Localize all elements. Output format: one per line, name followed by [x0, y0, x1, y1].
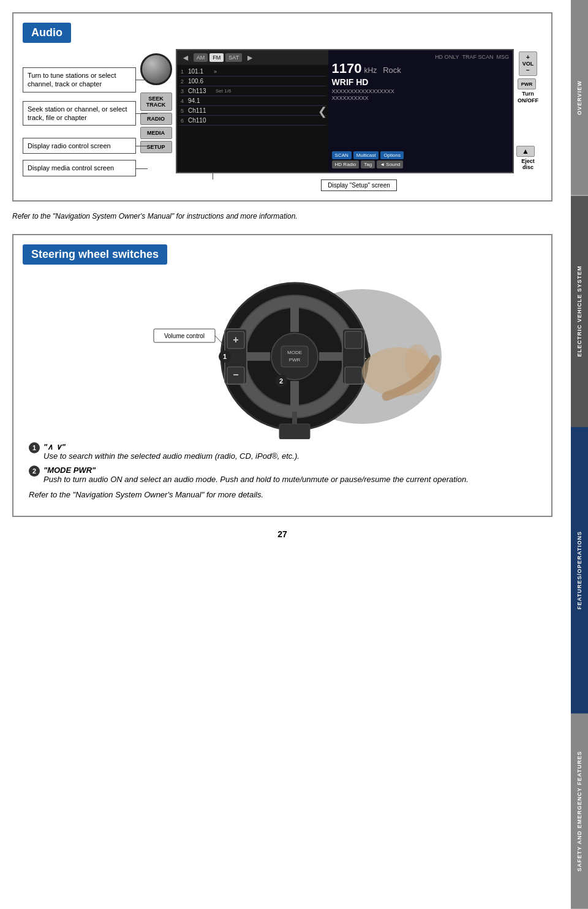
setup-button[interactable]: SETUP	[140, 141, 172, 153]
sidebar-tab-overview[interactable]: OVERVIEW	[571, 0, 588, 195]
eject-button[interactable]: ▲	[516, 146, 535, 157]
setup-screen-label: Display "Setup" screen	[321, 179, 397, 191]
seek-track-button[interactable]: SEEK TRACK	[140, 92, 172, 111]
radio-button[interactable]: RADIO	[140, 113, 172, 125]
svg-text:PWR: PWR	[289, 357, 301, 363]
screen-buttons: SCAN Multicast Options HD Radio Tag ◄ So…	[332, 151, 509, 168]
side-controls: + VOL − PWR TurnON/OFF ▲ Eject disc	[514, 49, 542, 173]
audio-layout: Turn to tune stations or select channel,…	[23, 49, 542, 191]
button-row-2: HD Radio Tag ◄ Sound	[332, 160, 509, 168]
main-content: Audio Turn to tune stations or select ch…	[0, 0, 571, 551]
station-row-6: 6 Ch110	[179, 116, 326, 126]
svg-rect-24	[345, 331, 362, 349]
svg-text:−: −	[233, 369, 238, 380]
sidebar-tab-features[interactable]: FEATURES/OPERATIONS	[571, 427, 588, 714]
screen-top-bar: HD ONLY TRAF SCAN MSG	[332, 54, 509, 60]
svg-rect-25	[345, 367, 362, 384]
left-labels: Turn to tune stations or select channel,…	[23, 49, 136, 176]
sidebar-tabs: OVERVIEW ELECTRIC VEHICLE SYSTEM FEATURE…	[571, 0, 588, 909]
media-label: Display media control screen	[23, 160, 136, 176]
tune-label: Turn to tune stations or select channel,…	[23, 67, 136, 92]
svg-text:2: 2	[279, 377, 283, 385]
steering-section: Steering wheel switches MODE	[12, 234, 552, 517]
svg-text:1: 1	[223, 353, 227, 360]
arrow-right-icon[interactable]: ►	[244, 53, 256, 62]
item-number-1: 1	[29, 442, 40, 453]
mode-row: ◄ AM FM SAT ►	[177, 50, 328, 65]
station-info-2: XXXXXXXXXX	[332, 95, 509, 102]
sidebar-tab-electric[interactable]: ELECTRIC VEHICLE SYSTEM	[571, 195, 588, 427]
scan-button[interactable]: SCAN	[332, 151, 352, 159]
station-row-5: 5 Ch111	[179, 106, 326, 116]
main-display-panel: HD ONLY TRAF SCAN MSG 1170 kHz Rock WRIF…	[328, 50, 513, 172]
center-controls: SEEK TRACK RADIO MEDIA SETUP	[136, 49, 176, 153]
hd-radio-button[interactable]: HD Radio	[332, 160, 360, 168]
options-button[interactable]: Options	[380, 151, 404, 159]
station-info-1: XXXXXXXXXXXXXXXXX	[332, 88, 509, 95]
device-column: ◄ AM FM SAT ► 1 101.1 »	[176, 49, 542, 191]
seek-label: Seek station or channel, or select track…	[23, 101, 136, 126]
audio-section: Audio Turn to tune stations or select ch…	[12, 12, 552, 202]
am-mode-tab[interactable]: AM	[194, 53, 208, 62]
station-row-4: 4 94.1	[179, 96, 326, 106]
steering-diagram: MODE PWR 2 + − 1 1	[23, 271, 542, 442]
steering-wheel-svg: MODE PWR 2 + − 1 1	[105, 274, 460, 439]
station-row-1: 1 101.1 »	[179, 67, 326, 77]
svg-text:MODE: MODE	[287, 350, 302, 355]
station-row-3: 3 Ch113 Set 1/6	[179, 86, 326, 96]
freq-display: 1170 kHz Rock	[332, 61, 509, 76]
fm-mode-tab[interactable]: FM	[209, 53, 224, 62]
nav-arrow-icon: ❮	[318, 105, 327, 118]
media-button[interactable]: MEDIA	[140, 127, 172, 139]
sound-button[interactable]: ◄ Sound	[377, 160, 403, 168]
audio-screen: ◄ AM FM SAT ► 1 101.1 »	[176, 49, 514, 173]
button-row-1: SCAN Multicast Options	[332, 151, 509, 159]
radio-label: Display radio control screen	[23, 138, 136, 154]
station-entries: 1 101.1 » 2 100.6 3 Ch11	[177, 65, 328, 172]
item-number-2: 2	[29, 466, 40, 477]
svg-text:Volume control: Volume control	[164, 333, 205, 339]
steering-item-1: 1 "∧ ∨" Use to search within the selecte…	[29, 442, 536, 461]
svg-text:+: +	[233, 334, 238, 345]
station-name-display: WRIF HD	[332, 77, 509, 87]
svg-rect-29	[279, 424, 310, 439]
sat-mode-tab[interactable]: SAT	[225, 53, 242, 62]
screen-row: ◄ AM FM SAT ► 1 101.1 »	[176, 49, 542, 173]
volume-control[interactable]: + VOL −	[519, 51, 537, 76]
page-number: 27	[12, 529, 552, 539]
sidebar-tab-safety[interactable]: SAFETY AND EMERGENCY FEATURES	[571, 714, 588, 909]
power-button[interactable]: PWR	[518, 78, 536, 89]
steering-item-2: 2 "MODE PWR" Push to turn audio ON and s…	[29, 466, 536, 484]
steering-heading: Steering wheel switches	[23, 244, 167, 265]
turn-on-off-label: TurnON/OFF	[518, 91, 538, 104]
multicast-button[interactable]: Multicast	[353, 151, 379, 159]
eject-label: Eject disc	[516, 158, 540, 172]
tag-button[interactable]: Tag	[361, 160, 375, 168]
audio-reference: Refer to the "Navigation System Owner's …	[12, 211, 552, 222]
audio-heading: Audio	[23, 23, 71, 43]
steering-items: 1 "∧ ∨" Use to search within the selecte…	[23, 442, 542, 502]
arrow-left-icon[interactable]: ◄	[179, 53, 192, 62]
station-row-2: 2 100.6	[179, 77, 326, 86]
station-list-panel: ◄ AM FM SAT ► 1 101.1 »	[177, 50, 328, 172]
steering-reference: Refer to the "Navigation System Owner's …	[29, 489, 536, 502]
